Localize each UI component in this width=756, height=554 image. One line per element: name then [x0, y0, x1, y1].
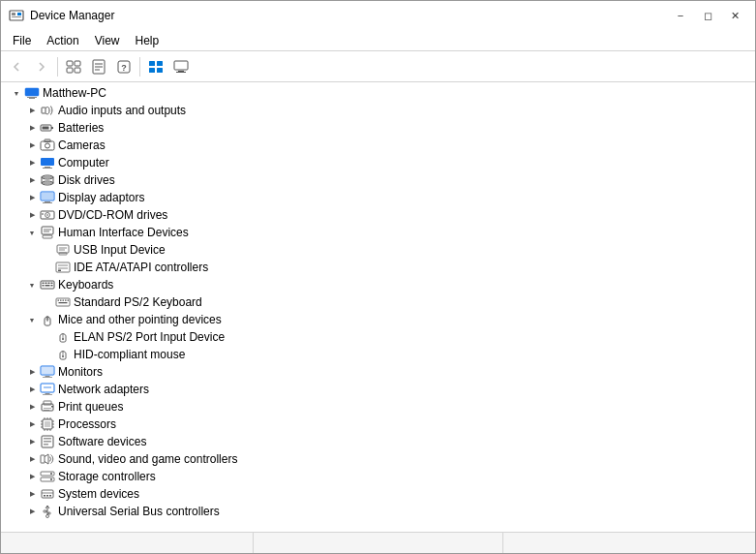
- tree-item-display[interactable]: Display adaptors: [1, 189, 755, 206]
- device-manager-window: Device Manager − ◻ ✕ File Action View He…: [0, 0, 756, 554]
- view-list-button[interactable]: [144, 55, 167, 78]
- svg-rect-0: [10, 11, 23, 20]
- keyboards-icon: [40, 277, 55, 292]
- display-icon: [40, 190, 55, 205]
- tree-item-ide[interactable]: IDE ATA/ATAPI controllers: [1, 259, 755, 276]
- help-button[interactable]: ?: [112, 55, 136, 78]
- forward-button[interactable]: [30, 55, 53, 78]
- system-expander[interactable]: [24, 486, 40, 502]
- maximize-button[interactable]: ◻: [695, 7, 720, 24]
- disk-label: Disk drives: [58, 173, 115, 187]
- sound-expander[interactable]: [24, 451, 40, 467]
- ide-icon: [55, 260, 71, 275]
- svg-rect-56: [58, 270, 61, 272]
- battery-icon: [40, 120, 55, 136]
- network-expander[interactable]: [24, 382, 40, 397]
- sound-label: Sound, video and game controllers: [58, 452, 237, 466]
- svg-rect-35: [42, 177, 53, 183]
- tree-item-mice[interactable]: Mice and other pointing devices: [1, 311, 755, 328]
- device-tree: Matthew-PC Audio inputs and outputs: [1, 82, 755, 532]
- dvd-label: DVD/CD-ROM drives: [58, 208, 167, 222]
- keyboards-expander[interactable]: [24, 277, 40, 292]
- display-expander[interactable]: [24, 190, 40, 205]
- svg-rect-117: [46, 495, 48, 497]
- processors-icon: [40, 416, 55, 432]
- batteries-expander[interactable]: [24, 120, 40, 136]
- svg-rect-1: [12, 13, 15, 15]
- cameras-label: Cameras: [58, 138, 106, 152]
- usb-expander[interactable]: [24, 504, 40, 519]
- hid-mouse-label: HID-compliant mouse: [74, 348, 185, 361]
- tree-item-disk[interactable]: Disk drives: [1, 171, 755, 189]
- svg-rect-5: [75, 61, 80, 66]
- tree-item-processors[interactable]: Processors: [1, 416, 755, 433]
- svg-rect-108: [44, 444, 48, 446]
- processors-expander[interactable]: [24, 416, 40, 432]
- svg-rect-66: [58, 300, 60, 301]
- tree-item-cameras[interactable]: Cameras: [1, 137, 755, 154]
- svg-point-29: [45, 143, 50, 148]
- svg-rect-48: [43, 235, 52, 238]
- cameras-expander[interactable]: [24, 138, 40, 153]
- tree-item-software[interactable]: Software devices: [1, 433, 755, 450]
- app-icon: [9, 8, 24, 23]
- minimize-button[interactable]: −: [668, 7, 693, 24]
- menu-action[interactable]: Action: [39, 32, 86, 49]
- computer-expander[interactable]: [24, 155, 40, 170]
- print-expander[interactable]: [24, 399, 40, 415]
- audio-expander[interactable]: [24, 103, 40, 118]
- tree-item-dvd[interactable]: DVD/CD-ROM drives: [1, 206, 755, 224]
- tree-item-storage[interactable]: Storage controllers: [1, 468, 755, 485]
- svg-rect-3: [12, 16, 21, 17]
- tree-item-batteries[interactable]: Batteries: [1, 119, 755, 137]
- tree-item-elan[interactable]: ELAN PS/2 Port Input Device: [1, 328, 755, 346]
- tree-item-sound[interactable]: Sound, video and game controllers: [1, 450, 755, 468]
- dvd-expander[interactable]: [24, 207, 40, 223]
- tree-item-system[interactable]: System devices: [1, 485, 755, 503]
- svg-rect-52: [59, 253, 67, 255]
- root-expander[interactable]: [9, 85, 24, 101]
- tree-item-keyboards[interactable]: Keyboards: [1, 276, 755, 293]
- tree-item-audio[interactable]: Audio inputs and outputs: [1, 102, 755, 119]
- svg-rect-30: [45, 139, 50, 142]
- svg-rect-60: [48, 283, 50, 285]
- elan-label: ELAN PS/2 Port Input Device: [74, 330, 225, 344]
- mice-expander[interactable]: [24, 312, 40, 327]
- back-button[interactable]: [5, 55, 28, 78]
- tree-root[interactable]: Matthew-PC: [1, 84, 755, 102]
- menu-file[interactable]: File: [5, 32, 39, 49]
- tree-item-hid-mouse[interactable]: HID-compliant mouse: [1, 346, 755, 363]
- svg-rect-63: [45, 285, 50, 287]
- tree-item-computer[interactable]: Computer: [1, 154, 755, 171]
- toolbar-sep-1: [57, 57, 58, 77]
- storage-expander[interactable]: [24, 469, 40, 484]
- tree-item-monitors[interactable]: Monitors: [1, 363, 755, 381]
- tree-item-usb[interactable]: Universal Serial Bus controllers: [1, 503, 755, 520]
- tree-item-print[interactable]: Print queues: [1, 398, 755, 416]
- svg-rect-79: [42, 367, 53, 374]
- svg-rect-90: [51, 406, 53, 408]
- svg-rect-84: [43, 394, 52, 395]
- disk-expander[interactable]: [24, 172, 40, 188]
- properties-button[interactable]: [87, 55, 110, 78]
- audio-label: Audio inputs and outputs: [58, 104, 186, 117]
- menu-help[interactable]: Help: [128, 32, 167, 49]
- display-label: Display adaptors: [58, 191, 144, 204]
- svg-rect-6: [67, 68, 73, 73]
- svg-rect-69: [65, 300, 67, 301]
- svg-rect-116: [44, 495, 45, 497]
- close-button[interactable]: ✕: [722, 7, 747, 24]
- software-expander[interactable]: [24, 434, 40, 449]
- tree-item-network[interactable]: Network adapters: [1, 381, 755, 398]
- tree-item-usb-input[interactable]: USB Input Device: [1, 241, 755, 259]
- tree-item-ps2-keyboard[interactable]: Standard PS/2 Keyboard: [1, 293, 755, 311]
- tree-item-hid[interactable]: Human Interface Devices: [1, 224, 755, 241]
- menu-view[interactable]: View: [87, 32, 128, 49]
- view-monitor-button[interactable]: [169, 55, 193, 78]
- monitors-expander[interactable]: [24, 364, 40, 380]
- view-type-button[interactable]: [62, 55, 85, 78]
- usb-input-icon: [55, 242, 71, 258]
- ide-label: IDE ATA/ATAPI controllers: [74, 261, 208, 274]
- svg-rect-118: [49, 495, 51, 497]
- hid-expander[interactable]: [24, 225, 40, 240]
